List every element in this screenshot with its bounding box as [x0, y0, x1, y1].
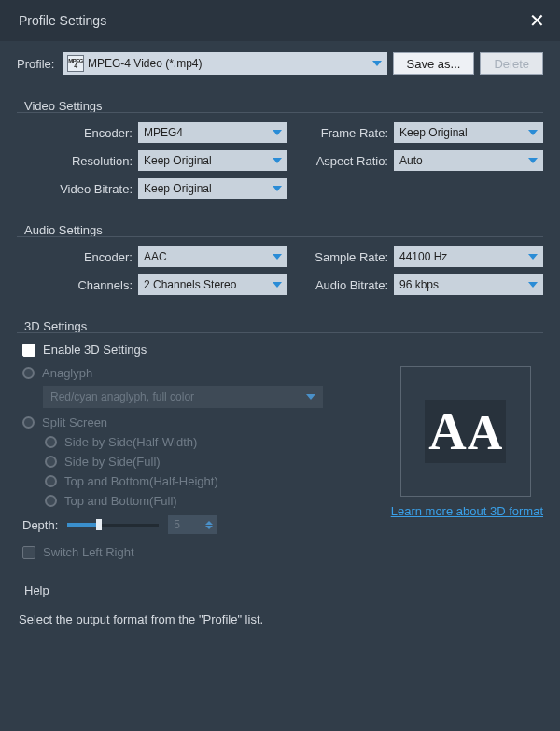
preview-glyph-a: A: [428, 405, 466, 457]
video-encoder-combobox[interactable]: MPEG4: [138, 122, 287, 143]
video-bitrate-label: Video Bitrate:: [17, 182, 138, 196]
video-settings-section: Video Settings Encoder: MPEG4 Frame Rate…: [17, 93, 543, 199]
preview-glyph-b: A: [468, 409, 503, 457]
close-icon[interactable]: ✕: [529, 9, 545, 32]
chevron-down-icon: [273, 130, 282, 135]
channels-label: Channels:: [17, 278, 138, 292]
profile-row: Profile: MPEG4 MPEG-4 Video (*.mp4) Save…: [17, 52, 543, 75]
chevron-down-icon: [273, 186, 282, 191]
audio-bitrate-label: Audio Bitrate:: [287, 278, 394, 292]
channels-combobox[interactable]: 2 Channels Stereo: [138, 274, 287, 295]
frame-rate-label: Frame Rate:: [287, 126, 394, 140]
depth-slider: [67, 521, 159, 528]
sample-rate-combobox[interactable]: 44100 Hz: [394, 246, 543, 267]
audio-encoder-label: Encoder:: [17, 250, 138, 264]
aspect-ratio-combobox[interactable]: Auto: [394, 150, 543, 171]
tab-full-radio: [45, 495, 57, 507]
three-d-settings-section: 3D Settings Enable 3D Settings Anaglyph …: [17, 314, 543, 559]
help-section: Help Select the output format from the "…: [17, 578, 543, 632]
frame-rate-combobox[interactable]: Keep Original: [394, 122, 543, 143]
titlebar: Profile Settings ✕: [0, 0, 560, 41]
mpeg4-icon: MPEG4: [67, 55, 84, 72]
split-screen-radio: [22, 416, 35, 429]
profile-label: Profile:: [17, 57, 58, 71]
audio-bitrate-combobox[interactable]: 96 kbps: [394, 274, 543, 295]
aspect-ratio-label: Aspect Ratio:: [287, 154, 394, 168]
chevron-down-icon: [528, 254, 538, 260]
chevron-down-icon: [273, 158, 282, 163]
three-d-preview: A A: [400, 366, 531, 497]
anaglyph-label: Anaglyph: [42, 366, 92, 380]
chevron-down-icon: [273, 254, 282, 260]
enable-3d-checkbox[interactable]: [22, 344, 35, 357]
chevron-up-icon: [205, 521, 213, 525]
sbs-half-label: Side by Side(Half-Width): [64, 435, 197, 449]
chevron-down-icon: [528, 158, 538, 163]
sbs-full-radio: [45, 456, 57, 468]
audio-settings-title: Audio Settings: [24, 223, 110, 237]
chevron-down-icon: [528, 130, 538, 135]
sample-rate-label: Sample Rate:: [287, 250, 394, 264]
resolution-combobox[interactable]: Keep Original: [138, 150, 287, 171]
help-title: Help: [24, 583, 57, 597]
profile-value: MPEG-4 Video (*.mp4): [88, 57, 203, 70]
window-title: Profile Settings: [19, 13, 106, 28]
chevron-down-icon: [306, 394, 315, 400]
three-d-settings-title: 3D Settings: [24, 319, 94, 333]
split-screen-label: Split Screen: [42, 415, 107, 429]
video-settings-title: Video Settings: [24, 99, 110, 113]
resolution-label: Resolution:: [17, 154, 138, 168]
video-bitrate-combobox[interactable]: Keep Original: [138, 178, 287, 199]
sbs-full-label: Side by Side(Full): [64, 455, 161, 469]
help-text: Select the output format from the "Profi…: [17, 607, 543, 632]
sbs-half-radio: [45, 436, 57, 448]
tab-half-label: Top and Bottom(Half-Height): [64, 474, 218, 488]
anaglyph-radio: [22, 367, 35, 379]
chevron-down-icon: [372, 61, 382, 66]
audio-settings-section: Audio Settings Encoder: AAC Sample Rate:…: [17, 218, 543, 295]
switch-left-right-label: Switch Left Right: [43, 545, 134, 559]
learn-more-link[interactable]: Learn more about 3D format: [391, 504, 543, 518]
profile-combobox[interactable]: MPEG4 MPEG-4 Video (*.mp4): [63, 52, 387, 75]
switch-left-right-checkbox: [22, 546, 35, 559]
chevron-down-icon: [205, 526, 213, 529]
anaglyph-combobox: Red/cyan anaglyph, full color: [43, 386, 323, 408]
depth-label: Depth:: [22, 518, 58, 532]
tab-half-radio: [45, 475, 57, 487]
video-encoder-label: Encoder:: [17, 126, 138, 140]
chevron-down-icon: [273, 282, 282, 288]
tab-full-label: Top and Bottom(Full): [64, 494, 177, 508]
save-as-button[interactable]: Save as...: [393, 52, 475, 75]
enable-3d-label: Enable 3D Settings: [43, 343, 147, 357]
depth-stepper: 5: [168, 515, 217, 534]
chevron-down-icon: [528, 282, 538, 288]
audio-encoder-combobox[interactable]: AAC: [138, 246, 287, 267]
delete-button: Delete: [480, 52, 543, 75]
